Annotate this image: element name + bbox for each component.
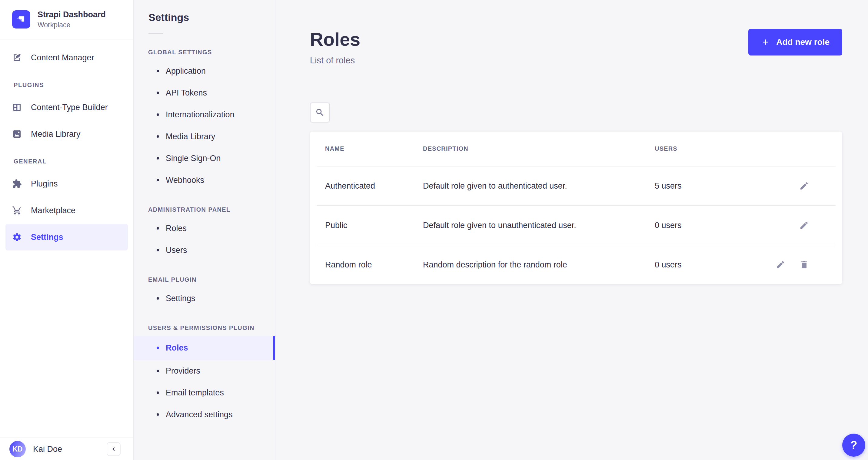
roles-table-card: NAME DESCRIPTION USERS Authenticated Def… — [310, 132, 842, 284]
sidebar-item-settings[interactable]: Settings — [5, 224, 128, 251]
sidebar-item-label: Content-Type Builder — [31, 103, 108, 112]
subnav-item-advanced-settings[interactable]: Advanced settings — [134, 404, 275, 425]
collapse-sidebar-button[interactable] — [106, 442, 121, 456]
edit-role-button[interactable] — [799, 221, 809, 230]
sidebar-section-general: GENERAL — [0, 152, 133, 170]
search-button[interactable] — [310, 103, 330, 122]
subnav-item-internationalization[interactable]: Internationalization — [134, 104, 275, 125]
sidebar-item-label: Media Library — [31, 130, 81, 139]
help-button[interactable]: ? — [842, 434, 865, 457]
role-name: Public — [325, 221, 423, 230]
role-name: Authenticated — [325, 181, 423, 191]
subnav-title: Settings — [149, 11, 275, 23]
pen-icon — [12, 53, 22, 62]
bullet-icon — [157, 249, 159, 251]
plus-icon — [761, 37, 770, 47]
sidebar-section-plugins: PLUGINS — [0, 76, 133, 94]
question-mark-icon: ? — [850, 439, 857, 452]
role-description: Default role given to unauthenticated us… — [423, 221, 655, 230]
page-title: Roles — [310, 29, 360, 50]
subnav-item-api-tokens[interactable]: API Tokens — [134, 82, 275, 104]
brand: Strapi Dashboard Workplace — [0, 0, 133, 39]
subnav-item-label: Single Sign-On — [166, 154, 221, 163]
gear-icon — [12, 232, 22, 242]
sidebar-item-media-library[interactable]: Media Library — [0, 121, 133, 147]
avatar[interactable]: KD — [9, 441, 26, 457]
strapi-logo-icon — [12, 10, 30, 29]
subnav-item-webhooks[interactable]: Webhooks — [134, 169, 275, 191]
subnav-section-header: GLOBAL SETTINGS — [148, 49, 275, 56]
subnav-item-admin-roles[interactable]: Roles — [134, 218, 275, 239]
subnav-section-header: EMAIL PLUGIN — [148, 276, 275, 283]
subnav-item-application[interactable]: Application — [134, 60, 275, 82]
page-header: Roles List of roles Add new role — [310, 29, 842, 65]
column-header-description: DESCRIPTION — [423, 145, 655, 152]
subnav-item-single-sign-on[interactable]: Single Sign-On — [134, 147, 275, 169]
main-sidebar: Strapi Dashboard Workplace Content Manag… — [0, 0, 134, 460]
bullet-icon — [157, 297, 159, 299]
bullet-icon — [157, 92, 159, 94]
subnav-item-providers[interactable]: Providers — [134, 360, 275, 382]
subnav-item-label: Application — [166, 66, 206, 76]
subnav-item-email-settings[interactable]: Settings — [134, 287, 275, 309]
sidebar-item-label: Plugins — [31, 179, 58, 189]
subnav-section-header: ADMINISTRATION PANEL — [148, 206, 275, 213]
table-row-authenticated[interactable]: Authenticated Default role given to auth… — [317, 166, 836, 205]
brand-title: Strapi Dashboard — [37, 10, 106, 20]
sidebar-item-label: Content Manager — [31, 53, 94, 62]
subnav-item-email-templates[interactable]: Email templates — [134, 382, 275, 404]
sidebar-item-marketplace[interactable]: Marketplace — [0, 197, 133, 224]
sidebar-item-label: Settings — [31, 233, 63, 242]
cart-icon — [12, 206, 22, 215]
subnav-item-up-roles[interactable]: Roles — [134, 336, 275, 360]
role-description: Random description for the random role — [423, 260, 655, 269]
search-icon — [315, 108, 325, 117]
subnav-item-admin-users[interactable]: Users — [134, 239, 275, 261]
add-new-role-label: Add new role — [776, 37, 830, 47]
bullet-icon — [157, 70, 159, 72]
table-row-public[interactable]: Public Default role given to unauthentic… — [317, 205, 836, 245]
delete-role-button[interactable] — [799, 260, 809, 269]
trash-icon — [799, 260, 809, 269]
role-description: Default role given to authenticated user… — [423, 181, 655, 191]
edit-role-button[interactable] — [776, 260, 785, 269]
role-users-count: 0 users — [655, 260, 779, 269]
sidebar-item-content-type-builder[interactable]: Content-Type Builder — [0, 94, 133, 121]
column-header-name: NAME — [325, 145, 423, 152]
bullet-icon — [157, 135, 159, 138]
settings-subnav: Settings GLOBAL SETTINGS Application API… — [134, 0, 275, 460]
user-name: Kai Doe — [33, 444, 99, 454]
bullet-icon — [157, 370, 159, 372]
main-navigation: Content Manager PLUGINS Content-Type Bui… — [0, 39, 133, 437]
brand-text: Strapi Dashboard Workplace — [37, 10, 106, 29]
subnav-item-label: API Tokens — [166, 88, 207, 98]
chevron-left-icon — [110, 445, 117, 453]
table-row-random-role[interactable]: Random role Random description for the r… — [317, 245, 836, 284]
subnav-item-label: Roles — [166, 343, 188, 353]
add-new-role-button[interactable]: Add new role — [748, 29, 842, 56]
bullet-icon — [157, 113, 159, 116]
role-name: Random role — [325, 260, 423, 269]
bullet-icon — [157, 413, 159, 416]
pencil-icon — [799, 181, 809, 191]
sidebar-item-content-manager[interactable]: Content Manager — [0, 44, 133, 71]
subnav-item-label: Users — [166, 246, 187, 255]
puzzle-icon — [12, 179, 22, 189]
sidebar-item-label: Marketplace — [31, 206, 75, 215]
edit-role-button[interactable] — [799, 181, 809, 191]
search-row — [310, 103, 842, 122]
subnav-item-label: Providers — [166, 366, 200, 376]
bullet-icon — [157, 392, 159, 394]
subnav-section-header: USERS & PERMISSIONS PLUGIN — [148, 324, 275, 332]
layout-icon — [12, 103, 22, 112]
pencil-icon — [799, 221, 809, 230]
bullet-icon — [157, 227, 159, 230]
page-subtitle: List of roles — [310, 56, 360, 65]
page-header-text: Roles List of roles — [310, 29, 360, 65]
subnav-section-global-settings: GLOBAL SETTINGS Application API Tokens I… — [134, 49, 275, 191]
main-content: Roles List of roles Add new role NAME DE… — [275, 0, 868, 460]
role-users-count: 0 users — [655, 221, 779, 230]
subnav-item-media-library[interactable]: Media Library — [134, 125, 275, 147]
bullet-icon — [157, 157, 159, 160]
sidebar-item-plugins[interactable]: Plugins — [0, 170, 133, 197]
